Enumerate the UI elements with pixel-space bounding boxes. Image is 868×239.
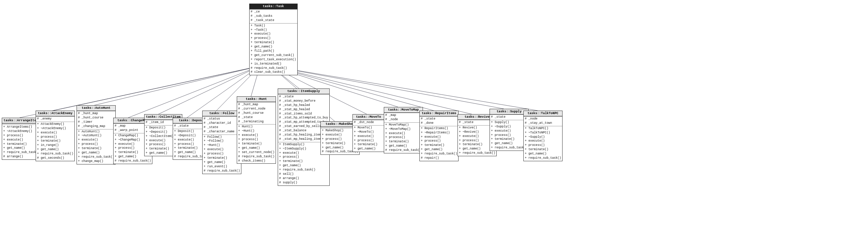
box-section-follow-1: + Follow()+ ~Follow()+ ~Hunt()+ execute(… [203, 134, 241, 174]
box-section-movetomap-1: + MoveToMap()+ ~MoveToMap()+ execute()+ … [384, 122, 423, 153]
box-item: # _status [204, 117, 240, 121]
box-item: + Supply() [491, 121, 527, 125]
uml-box-movetomap: tasks::MoveToMap# _map# _node+ MoveToMap… [384, 107, 423, 153]
box-item: # get_seconds() [37, 156, 73, 161]
box-item: + execute() [385, 132, 422, 136]
box-section-attackenemy-1: + AttackEnemy()+ ~AttackEnemy()+ execute… [36, 122, 74, 161]
uml-box-repairitems: tasks::RepairItems# _state# _done+ Repai… [419, 111, 459, 161]
box-item: + execute() [251, 32, 296, 36]
box-item: + ~MoveToMap() [385, 127, 422, 132]
box-item: + ~AttackEnemy() [3, 129, 41, 134]
box-item: + RepairItems() [421, 127, 457, 131]
box-item: + ~Supply() [525, 135, 561, 139]
svg-line-0 [20, 66, 260, 118]
box-item: + require_sub_task() [279, 168, 328, 172]
diagram-container: tasks::Task# _ce# _sub_tasks# _task_stat… [0, 0, 868, 239]
box-item: + execute() [3, 138, 41, 142]
box-section-repairitems-0: # _state# _done [420, 116, 458, 126]
box-item: # arrange() [279, 177, 328, 181]
box-item: + execute() [354, 134, 383, 139]
box-item: + Hunt() [238, 125, 274, 129]
box-item: + process() [78, 142, 114, 147]
box-item: + terminate() [251, 41, 296, 45]
box-section-task-0: # _ce# _sub_tasks# _task_state [250, 9, 297, 23]
box-item: + AttackEnemy() [37, 122, 73, 127]
box-item: + change_map() [78, 159, 114, 164]
box-item: + terminate() [491, 137, 527, 142]
box-section-supply-0: # _state [490, 115, 528, 120]
box-item: # _stay_at_town [525, 121, 561, 126]
box-item: + terminate() [3, 142, 41, 147]
box-item: + ~AttackEnemy() [37, 127, 73, 131]
box-item: + process() [204, 152, 240, 156]
box-item: # _node [385, 118, 422, 122]
box-item: + get_name() [78, 151, 114, 155]
box-section-supply-1: + Supply()+ ~Supply()+ execute()+ proces… [490, 120, 528, 151]
box-item: # require_sub_task() [251, 66, 296, 71]
box-item: + fill_path() [251, 49, 296, 54]
box-item: + ~Supply() [491, 125, 527, 129]
box-item: + require_sub_task() [37, 152, 73, 156]
box-item: + get_name() [525, 152, 561, 156]
box-item: + get_name() [37, 148, 73, 152]
box-item: + get_name() [491, 142, 527, 146]
box-item: + execute() [491, 129, 527, 133]
box-title-follow: tasks::Follow [203, 111, 241, 116]
box-section-attackenemy-0: # _enemy [36, 116, 74, 122]
uml-box-talktonpc: tasks::TalkToNPC# _node# _stay_at_town+ … [523, 111, 563, 161]
box-item: + process() [525, 143, 561, 148]
box-item: + ~TalkToNPC() [525, 131, 561, 135]
box-item: + get_name() [238, 146, 274, 151]
box-item: + ~Hunt() [204, 143, 240, 148]
box-item: # _state [238, 116, 274, 120]
uml-box-moveto: tasks::MoveTo# _dst_node+ MoveTo()+ ~Mov… [352, 114, 385, 152]
box-item: + process() [251, 36, 296, 41]
box-item: + require_sub_task() [421, 152, 457, 156]
box-item: + terminate() [421, 143, 457, 148]
box-title-talktonpc: tasks::TalkToNPC [524, 111, 562, 116]
box-item: + terminate() [385, 140, 422, 144]
box-item: # require_sub_task() [238, 155, 274, 159]
box-item: + get_current_sub_task() [251, 54, 296, 58]
box-title-task: tasks::Task [250, 4, 297, 9]
box-item: + get_name() [421, 148, 457, 152]
box-item: + execute() [37, 131, 73, 135]
box-item: # _state [421, 117, 457, 121]
box-item: # _hunt_map [238, 103, 274, 107]
box-item: # check_items() [238, 159, 274, 163]
box-item: + execute() [78, 138, 114, 142]
box-item: + ArrangeItems() [3, 125, 41, 129]
box-section-hunt-0: # _hunt_map# _current_node# _hunt_course… [237, 102, 276, 124]
box-item: # _state [279, 95, 328, 99]
box-item: + execute() [238, 133, 274, 138]
uml-box-supply: tasks::Supply# _state+ Supply()+ ~Supply… [490, 109, 529, 151]
box-item: # _terminating [238, 120, 274, 124]
box-item: # _stat_hp_healed [279, 103, 328, 108]
box-item: + process() [354, 139, 383, 143]
box-item: + run_event() [204, 165, 240, 169]
box-title-attackenemy: tasks::AttackEnemy [36, 111, 74, 116]
box-item: # repair() [421, 156, 457, 161]
box-section-movetomap-0: # _map# _node [384, 113, 423, 122]
box-item: # _stat_money_before [279, 99, 328, 103]
box-item: # _hunt_map [78, 112, 114, 116]
box-item: # _character_id [204, 121, 240, 126]
box-item: + get_name() [3, 146, 41, 151]
box-item: # _sub_tasks [251, 14, 296, 19]
box-item: + report_task_execution() [251, 58, 296, 62]
box-item: # _current_node [238, 107, 274, 111]
box-item: + terminate() [354, 143, 383, 147]
box-item: + get_name() [279, 164, 328, 168]
box-section-hunt-1: + Hunt()+ ~Hunt()+ execute()+ process()+… [237, 124, 276, 163]
box-item: + process() [3, 134, 41, 138]
uml-box-autohunt: tasks::AutoHunt# _hunt_map# _hunt_course… [77, 105, 116, 164]
box-section-autohunt-0: # _hunt_map# _hunt_course# _timer# _chan… [77, 111, 115, 129]
box-item: + terminate() [279, 159, 328, 164]
box-item: + get_name() [251, 45, 296, 49]
box-item: + is_terminated() [251, 62, 296, 66]
box-item: + MoveTo() [354, 126, 383, 130]
box-title-supply: tasks::Supply [490, 109, 528, 115]
box-item: + get_name() [204, 161, 240, 165]
box-item: + ~Hunt() [238, 129, 274, 133]
box-section-moveto-0: # _dst_node [353, 120, 384, 125]
